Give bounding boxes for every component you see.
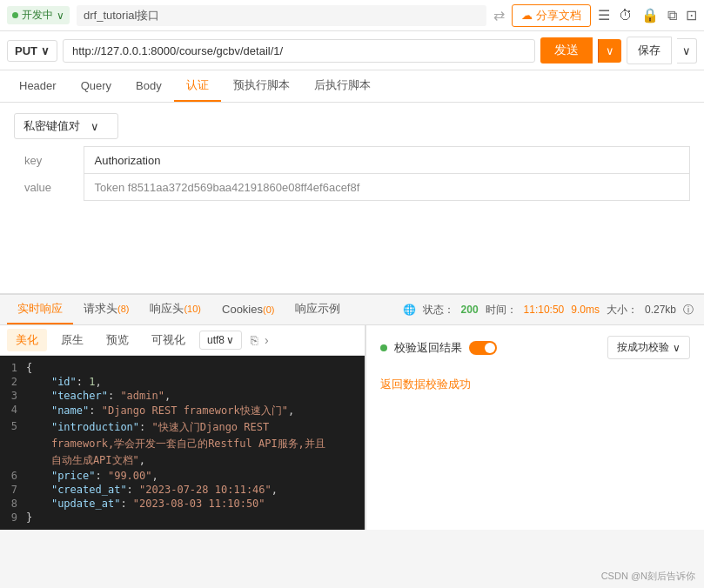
resp-tab-request-headers[interactable]: 请求头(8)	[73, 295, 139, 324]
body-tab-raw[interactable]: 原生	[52, 329, 92, 351]
encoding-label: utf8	[207, 334, 225, 346]
save-dropdown[interactable]: ∨	[677, 38, 697, 63]
validate-button[interactable]: 按成功校验 ∨	[607, 336, 690, 359]
validate-label: 校验返回结果	[394, 340, 462, 356]
json-line: 1 {	[0, 361, 365, 375]
resp-tab-example-label: 响应示例	[295, 302, 340, 315]
body-tab-visual[interactable]: 可视化	[143, 329, 194, 351]
tab-query[interactable]: Query	[69, 72, 124, 101]
validate-dot	[380, 344, 387, 351]
tab-name: drf_tutorial接口	[77, 5, 486, 26]
request-tab-bar: Header Query Body 认证 预执行脚本 后执行脚本	[0, 70, 704, 103]
auth-type-select[interactable]: 私密键值对 ∨	[14, 113, 118, 139]
response-tab-bar: 实时响应 请求头(8) 响应头(10) Cookies(0) 响应示例 🌐 状态…	[0, 294, 704, 325]
json-line: 7 "created_at": "2023-07-28 10:11:46",	[0, 483, 365, 497]
auth-type-row: 私密键值对 ∨	[14, 113, 690, 139]
json-line: 2 "id": 1,	[0, 375, 365, 389]
env-selector[interactable]: 开发中 ∨	[7, 6, 70, 24]
validate-row: 校验返回结果 按成功校验 ∨	[380, 336, 690, 359]
info-icon[interactable]: ⓘ	[683, 303, 694, 317]
fullscreen-icon[interactable]: ⊡	[686, 7, 697, 23]
json-panel: 1 { 2 "id": 1, 3 "teacher": "admin", 4 "…	[0, 356, 365, 530]
copy-window-icon[interactable]: ⧉	[667, 8, 677, 23]
req-header-badge: (8)	[117, 304, 129, 314]
expand-icon[interactable]: ›	[265, 333, 269, 347]
json-line: 4 "name": "Django REST framework快速入门",	[0, 403, 365, 419]
resp-tab-cookies-label: Cookies	[222, 303, 263, 316]
resp-tab-example[interactable]: 响应示例	[285, 295, 351, 324]
right-panel: 校验返回结果 按成功校验 ∨ 返回数据校验成功	[365, 325, 704, 530]
encoding-select[interactable]: utf8 ∨	[199, 331, 242, 350]
size-value: 0.27kb	[645, 304, 676, 316]
tab-auth[interactable]: 认证	[174, 70, 221, 102]
method-label: PUT	[15, 44, 37, 57]
duration-value: 9.0ms	[571, 304, 600, 316]
body-tab-preview[interactable]: 预览	[97, 329, 137, 351]
json-section: 美化 原生 预览 可视化 utf8 ∨ ⎘ › 1 { 2 "id": 1, 3	[0, 325, 365, 530]
validate-toggle[interactable]	[469, 341, 497, 355]
auth-value-row: value Token f8511aa372d569baa42191860e08…	[14, 174, 690, 201]
auth-key-row: key Authorization	[14, 147, 690, 174]
main-content: 美化 原生 预览 可视化 utf8 ∨ ⎘ › 1 { 2 "id": 1, 3	[0, 325, 704, 530]
json-line: 5 自动生成API文档",	[0, 452, 365, 469]
tab-body[interactable]: Body	[124, 72, 174, 101]
lock-icon[interactable]: 🔒	[641, 7, 659, 23]
auth-val-value[interactable]: Token f8511aa372d569baa42191860e08ff4ef6…	[84, 174, 690, 201]
auth-type-label: 私密键值对	[23, 118, 80, 134]
body-toolbar: 美化 原生 预览 可视化 utf8 ∨ ⎘ ›	[0, 325, 365, 356]
send-label: 发送	[554, 43, 579, 58]
clock-icon[interactable]: ⏱	[619, 8, 633, 23]
save-label: 保存	[638, 43, 660, 57]
encoding-chevron: ∨	[226, 334, 234, 346]
menu-icon[interactable]: ☰	[598, 7, 610, 23]
json-line: 5 "introduction": "快速入门Django REST	[0, 419, 365, 436]
success-message: 返回数据校验成功	[380, 377, 690, 392]
res-header-badge: (10)	[184, 304, 201, 314]
auth-key-label: key	[14, 147, 84, 174]
method-chevron: ∨	[41, 44, 50, 57]
resp-tab-res-label: 响应头	[150, 302, 184, 315]
send-dropdown[interactable]: ∨	[598, 39, 621, 63]
env-dot	[12, 12, 18, 18]
resp-tab-realtime[interactable]: 实时响应	[7, 295, 73, 324]
json-line: 8 "update_at": "2023-08-03 11:10:50"	[0, 497, 365, 511]
auth-type-chevron: ∨	[91, 120, 99, 133]
top-icons: ☰ ⏱ 🔒 ⧉ ⊡	[598, 7, 697, 23]
url-bar: PUT ∨ 发送 ∨ 保存 ∨	[0, 31, 704, 70]
resp-tab-cookies[interactable]: Cookies(0)	[211, 297, 285, 324]
method-selector[interactable]: PUT ∨	[7, 40, 57, 62]
tab-pre-script[interactable]: 预执行脚本	[221, 70, 302, 102]
status-label: 状态：	[423, 303, 454, 317]
time-label: 时间：	[486, 303, 517, 317]
size-label: 大小：	[607, 303, 638, 317]
body-tab-beautify[interactable]: 美化	[7, 329, 47, 351]
resp-tab-realtime-label: 实时响应	[17, 302, 63, 315]
copy-icon[interactable]: ⎘	[251, 333, 258, 347]
auth-val-label: value	[14, 174, 84, 201]
share-button[interactable]: ☁ 分享文档	[512, 4, 591, 27]
auth-key-value[interactable]: Authorization	[84, 147, 690, 174]
resp-tabs-wrapper: 实时响应 请求头(8) 响应头(10) Cookies(0) 响应示例 🌐 状态…	[7, 295, 697, 324]
top-bar: 开发中 ∨ drf_tutorial接口 ⇄ ☁ 分享文档 ☰ ⏱ 🔒 ⧉ ⊡	[0, 0, 704, 31]
save-button[interactable]: 保存	[627, 37, 672, 64]
resp-tab-response-headers[interactable]: 响应头(10)	[139, 295, 211, 324]
validate-btn-label: 按成功校验	[617, 340, 669, 355]
env-label: 开发中	[22, 8, 53, 23]
json-line: 3 "teacher": "admin",	[0, 389, 365, 403]
time-value: 11:10:50	[524, 304, 565, 316]
cookies-badge: (0)	[263, 304, 274, 315]
json-line: 9 }	[0, 511, 365, 525]
validate-btn-chevron: ∨	[673, 342, 681, 354]
tab-header[interactable]: Header	[7, 72, 69, 101]
env-chevron: ∨	[57, 10, 64, 22]
json-line: 6 "price": "99.00",	[0, 469, 365, 483]
sync-icon: ⇄	[493, 7, 505, 23]
globe-icon: 🌐	[403, 304, 416, 316]
auth-table: key Authorization value Token f8511aa372…	[14, 146, 690, 201]
tab-post-script[interactable]: 后执行脚本	[302, 70, 383, 102]
share-label: 分享文档	[536, 8, 581, 23]
json-line: 5 framework,学会开发一套自己的Restful API服务,并且	[0, 436, 365, 452]
send-button[interactable]: 发送	[540, 37, 593, 63]
resp-status-info: 🌐 状态： 200 时间： 11:10:50 9.0ms 大小： 0.27kb …	[403, 303, 697, 317]
url-input[interactable]	[63, 39, 535, 63]
